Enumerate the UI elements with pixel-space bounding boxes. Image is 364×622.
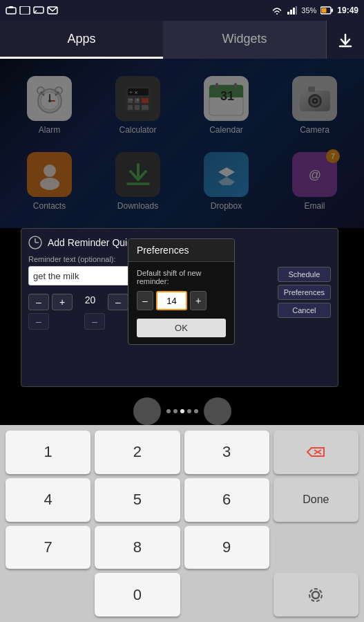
key-8[interactable]: 8 (95, 526, 180, 569)
time1-minus2-btn[interactable]: – (28, 313, 49, 330)
svg-rect-11 (332, 9, 334, 12)
dock-icon-left[interactable] (133, 397, 161, 425)
time2-minus-btn[interactable]: – (108, 294, 128, 310)
svg-marker-62 (307, 448, 324, 456)
download-icon (338, 32, 353, 48)
pref-plus-btn[interactable]: + (190, 291, 207, 310)
status-bar: 35% 19:49 (0, 0, 364, 21)
key-backspace[interactable] (274, 431, 358, 474)
svg-point-66 (309, 589, 322, 601)
pref-ok-btn[interactable]: OK (137, 319, 226, 337)
time1-display: 20 (78, 294, 102, 305)
key-0[interactable]: 0 (95, 573, 180, 616)
tab-apps-label: Apps (67, 32, 95, 46)
pref-minus-btn[interactable]: – (137, 291, 153, 310)
pref-stepper: – + (137, 291, 226, 310)
key-empty-1 (274, 526, 358, 569)
pref-value-input[interactable] (156, 291, 187, 310)
key-7[interactable]: 7 (6, 526, 90, 569)
sim-icon (19, 6, 30, 15)
pref-label: Default shift of new reminder: (137, 269, 226, 285)
side-buttons: Schedule Preferences Cancel (278, 267, 331, 318)
key-empty-2 (6, 573, 90, 616)
status-left-icons (6, 6, 58, 15)
svg-rect-6 (287, 12, 289, 15)
svg-rect-8 (293, 8, 295, 15)
tab-apps[interactable]: Apps (0, 21, 163, 59)
svg-rect-2 (20, 6, 30, 15)
dock-icon-right[interactable] (204, 397, 231, 425)
reminder-clock-icon (28, 236, 42, 249)
time1-minus-btn[interactable]: – (28, 294, 49, 310)
panel-title: Add Reminder Quick (48, 237, 137, 248)
time-display: 19:49 (337, 6, 358, 15)
key-3[interactable]: 3 (184, 431, 269, 474)
key-6[interactable]: 6 (184, 478, 269, 522)
key-2[interactable]: 2 (95, 431, 180, 474)
svg-rect-12 (322, 8, 327, 13)
dock-area (0, 397, 364, 425)
pref-title: Preferences (128, 239, 234, 262)
svg-rect-0 (6, 8, 16, 14)
key-9[interactable]: 9 (184, 526, 269, 569)
tab-widgets-label: Widgets (222, 32, 267, 46)
key-empty-3 (184, 573, 269, 616)
preferences-btn[interactable]: Preferences (278, 285, 331, 300)
svg-point-65 (312, 592, 319, 599)
dock-dots (166, 409, 198, 413)
backspace-icon (306, 445, 325, 459)
key-5[interactable]: 5 (95, 478, 180, 522)
schedule-btn[interactable]: Schedule (278, 267, 331, 282)
cancel-btn[interactable]: Cancel (278, 303, 331, 318)
key-4[interactable]: 4 (6, 478, 90, 522)
key-settings[interactable] (274, 573, 358, 616)
time1-plus-btn[interactable]: + (52, 294, 73, 310)
mail-icon (47, 6, 58, 15)
key-done[interactable]: Done (274, 478, 358, 522)
time2-minus2-btn[interactable]: – (84, 313, 105, 330)
signal-icon (287, 6, 297, 15)
svg-rect-1 (9, 6, 13, 8)
status-right-info: 35% 19:49 (271, 6, 358, 15)
tab-bar: Apps Widgets (0, 21, 364, 59)
keyboard: 1 2 3 4 5 6 Done 7 8 9 0 (0, 425, 364, 622)
key-1[interactable]: 1 (6, 431, 90, 474)
svg-rect-9 (296, 6, 297, 15)
msg-icon (33, 6, 44, 15)
phone-icon (6, 6, 17, 15)
battery-icon (320, 6, 333, 15)
tab-widgets[interactable]: Widgets (163, 21, 326, 59)
preferences-dialog: Preferences Default shift of new reminde… (128, 238, 235, 345)
svg-rect-7 (290, 10, 292, 15)
battery-text: 35% (301, 6, 316, 15)
settings-icon (307, 586, 325, 604)
download-button[interactable] (326, 21, 364, 59)
wifi-icon (271, 6, 283, 15)
